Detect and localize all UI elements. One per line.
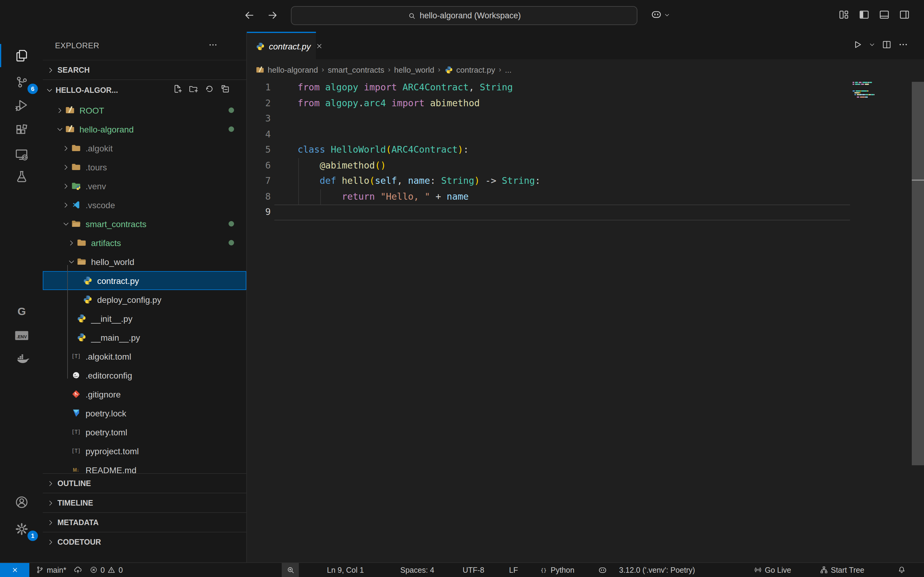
activity-item-docker[interactable] — [0, 345, 43, 372]
tab-contract-py[interactable]: contract.py — [247, 32, 316, 59]
minimap[interactable] — [853, 82, 908, 100]
activity-item-explorer[interactable] — [0, 42, 43, 69]
python-interpreter[interactable]: 3.12.0 ('.venv': Poetry) — [619, 563, 695, 577]
tree-item-poetry-lock[interactable]: poetry.lock — [43, 404, 246, 422]
notifications-bell[interactable] — [897, 563, 906, 577]
tree-item--vscode[interactable]: .vscode — [43, 195, 246, 214]
panel-outline[interactable]: OUTLINE — [43, 473, 246, 493]
tree-item-label: pyproject.toml — [86, 446, 139, 456]
tree-item--algokit-toml[interactable]: [T].algokit.toml — [43, 347, 246, 366]
problems[interactable]: 00 — [89, 563, 123, 577]
activity-item-testing[interactable] — [0, 163, 43, 190]
git-status-dot — [229, 126, 234, 132]
language-mode[interactable]: {}Python — [539, 563, 574, 577]
new-folder-icon — [188, 84, 199, 94]
cursor-position[interactable]: Ln 9, Col 1 — [327, 563, 364, 577]
tree-item-pyproject-toml[interactable]: [T]pyproject.toml — [43, 442, 246, 460]
run-button[interactable] — [852, 39, 863, 52]
activity-item-run-debug[interactable] — [0, 92, 43, 118]
toggle-secondary-sidebar-icon — [898, 8, 911, 21]
line-number: 5 — [247, 142, 271, 158]
git-branch[interactable]: main* — [36, 563, 66, 577]
toggle-panel-button[interactable] — [878, 8, 890, 23]
collapse-all-icon — [220, 84, 230, 94]
chevron-right-icon — [47, 66, 55, 74]
activity-item-dotenv[interactable]: .ENV — [0, 322, 43, 349]
editor-scrollbar[interactable] — [912, 82, 924, 465]
extensions-icon — [14, 122, 29, 138]
start-tree[interactable]: Start Tree — [819, 563, 864, 577]
code-area[interactable]: 1from algopy import ARC4Contract, String… — [247, 80, 924, 562]
beaker-icon — [14, 169, 29, 184]
breadcrumb-item[interactable]: hello_world — [394, 65, 435, 74]
remote-indicator[interactable] — [0, 563, 29, 577]
tree-item-artifacts[interactable]: artifacts — [43, 233, 246, 252]
panel-timeline[interactable]: TIMELINE — [43, 493, 246, 512]
new-folder-button[interactable] — [188, 84, 199, 96]
project-section-label: HELLO-ALGOR... — [56, 86, 118, 95]
breadcrumb-item[interactable]: hello-algorand — [255, 65, 318, 74]
toggle-secondary-sidebar-button[interactable] — [898, 8, 911, 23]
tree-item-readme-md[interactable]: M↓README.md — [43, 460, 246, 473]
tree-item--tours[interactable]: .tours — [43, 158, 246, 176]
nav-back-button[interactable] — [242, 8, 257, 23]
breadcrumb-item[interactable]: ... — [505, 65, 512, 74]
split-editor-button[interactable] — [881, 39, 892, 52]
explorer-more-actions-button[interactable] — [204, 39, 222, 51]
tree-item-deploy-config-py[interactable]: deploy_config.py — [43, 290, 246, 309]
copilot-status[interactable] — [598, 563, 607, 577]
encoding[interactable]: UTF-8 — [463, 563, 484, 577]
chevron-down-icon — [55, 125, 65, 134]
line-number: 6 — [247, 158, 271, 173]
editor-group: contract.py hello-algorand›smart_contrac… — [247, 32, 924, 562]
end-of-line[interactable]: LF — [509, 563, 518, 577]
tree-item--algokit[interactable]: .algokit — [43, 139, 246, 158]
tree-item-contract-py[interactable]: contract.py — [43, 271, 246, 290]
indentation[interactable]: Spaces: 4 — [400, 563, 434, 577]
breadcrumb-item[interactable]: contract.py — [444, 65, 495, 74]
tree-item-smart-contracts[interactable]: smart_contracts — [43, 214, 246, 233]
tree-item--venv[interactable]: .venv — [43, 176, 246, 195]
tree-item-hello-algorand[interactable]: hello-algorand — [43, 120, 246, 139]
activity-item-source-control[interactable]: 6 — [0, 68, 43, 95]
chevron-right-icon — [61, 182, 71, 190]
tree-item--gitignore[interactable]: .gitignore — [43, 385, 246, 404]
customize-layout-button[interactable] — [838, 8, 850, 23]
toggle-primary-sidebar-button[interactable] — [858, 8, 870, 23]
ellipsis-button[interactable] — [898, 39, 909, 52]
refresh-button[interactable] — [204, 84, 215, 96]
code-text: return "Hello, " + name — [271, 189, 469, 205]
tree-item--editorconfig[interactable]: .editorconfig — [43, 366, 246, 385]
collapse-all-button[interactable] — [220, 84, 230, 96]
project-action-buttons — [172, 84, 230, 96]
command-center-search[interactable]: hello-algorand (Workspace) — [291, 6, 637, 25]
chevron-down-small-button[interactable] — [868, 41, 876, 50]
sync-changes[interactable] — [73, 563, 82, 577]
nav-forward-button[interactable] — [265, 8, 280, 23]
copilot-menu-button[interactable] — [646, 8, 674, 21]
sidebar-section-project[interactable]: HELLO-ALGOR... — [43, 81, 246, 100]
git-icon — [71, 389, 81, 399]
code-text: def hello(self, name: String) -> String: — [271, 173, 541, 189]
code-line-4: 4 — [247, 127, 924, 142]
go-live[interactable]: Go Live — [753, 563, 791, 577]
breadcrumb-separator: › — [498, 65, 502, 74]
tree-item--main-py[interactable]: __main__.py — [43, 328, 246, 347]
panel-codetour[interactable]: CODETOUR — [43, 532, 246, 551]
activity-item-accounts[interactable] — [0, 488, 43, 515]
activity-item-extensions[interactable] — [0, 117, 43, 143]
code-text — [271, 127, 303, 142]
close-tab-icon[interactable] — [316, 42, 323, 50]
zoom-status[interactable] — [282, 563, 299, 577]
tree-item-poetry-toml[interactable]: [T]poetry.toml — [43, 422, 246, 442]
breadcrumb-item[interactable]: smart_contracts — [328, 65, 384, 74]
new-file-button[interactable] — [172, 84, 183, 96]
copilot-icon — [598, 565, 607, 575]
tree-item--init-py[interactable]: __init__.py — [43, 309, 246, 328]
panel-metadata[interactable]: METADATA — [43, 512, 246, 532]
activity-item-settings[interactable]: 1 — [0, 515, 43, 542]
tree-item-hello-world[interactable]: hello_world — [43, 252, 246, 271]
tree-item-root[interactable]: ROOT — [43, 101, 246, 120]
sidebar-section-search[interactable]: SEARCH — [43, 60, 246, 80]
activity-item-gitlens[interactable]: G — [0, 298, 43, 325]
